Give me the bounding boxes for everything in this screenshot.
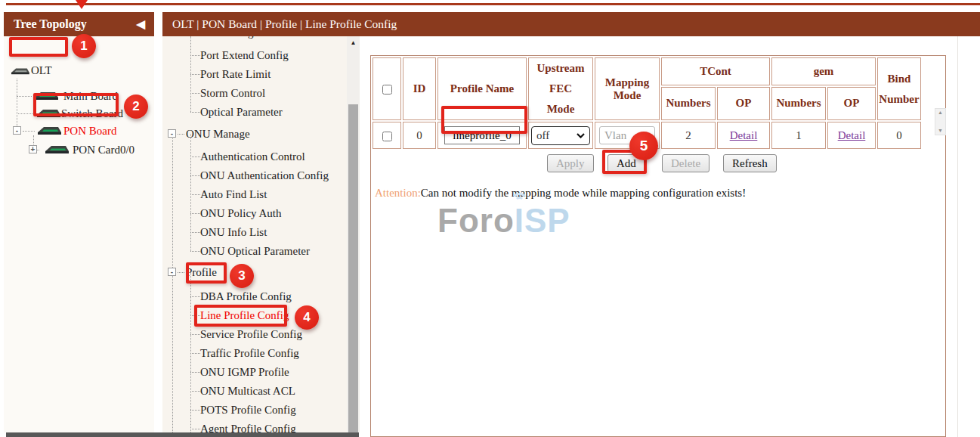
row-gem-numbers-cell: 1 [771,122,826,149]
row-scrollbar[interactable]: ▲ ▼ [935,108,946,135]
panel-title: Tree Topology [14,17,87,30]
menu-item-traffic-profile-config[interactable]: Traffic Profile Config [162,344,344,362]
olt-device-icon [10,67,30,75]
row-select-cell [373,122,401,149]
select-all-header-cell [373,57,401,120]
menu-item-agent-profile-config[interactable]: Agent Profile Config [162,420,344,432]
tree-node-olt[interactable]: OLT [4,62,154,79]
board-device-icon [33,91,59,101]
tree-branch-icon [190,334,200,335]
step-badge-3: 3 [230,264,254,288]
row-profile-name-cell [437,122,527,149]
breadcrumb: OLT | PON Board | Profile | Line Profile… [162,12,980,36]
tree-node-pon-board[interactable]: PON Board [4,122,154,139]
menu-item-onu-multicast-acl[interactable]: ONU Multicast ACL [162,382,344,400]
tree-branch-icon [190,315,200,316]
col-group-tcont: TCont [661,57,770,85]
menu-item-dba-profile-config[interactable]: DBA Profile Config [162,287,344,305]
tree-branch-icon [178,134,184,135]
menu-item-onu-igmp-profile[interactable]: ONU IGMP Profile [162,363,344,381]
scroll-down-icon[interactable]: ▼ [935,128,945,134]
submenu-panel: Port Config Port Extend Config Port Rate… [162,36,347,432]
menu-item-port-config[interactable]: Port Config [162,36,344,42]
step-badge-2: 2 [124,95,148,119]
col-header-bind-number: Bind Number [877,57,921,120]
col-header-tcont-numbers: Numbers [661,87,716,120]
collapse-expander-icon[interactable]: - [168,268,176,276]
menu-item-port-extend-config[interactable]: Port Extend Config [162,46,344,64]
col-header-id: ID [403,57,436,120]
scrollbar-thumb[interactable] [348,104,358,432]
menu-item-onu-info-list[interactable]: ONU Info List [162,223,344,241]
tree-node-label: PON Card0/0 [73,141,134,158]
chevron-down-icon [577,133,585,138]
scroll-up-icon[interactable]: ▲ [347,39,360,46]
divider [957,36,958,437]
annotation-line [6,3,980,5]
tree-branch-icon [190,296,200,297]
col-header-tcont-op: OP [717,87,770,120]
apply-button[interactable]: Apply [547,154,594,172]
tree-topology-header: Tree Topology ◀ [4,12,154,36]
tree-branch-icon [190,410,200,411]
tcont-detail-link[interactable]: Detail [730,129,758,141]
tree-branch-icon [178,272,184,273]
annotation-arrow-icon [76,0,88,9]
tree-node-label: Switch Board [61,105,123,122]
col-header-gem-numbers: Numbers [771,87,826,120]
row-id-cell: 0 [403,122,436,149]
profile-name-input[interactable] [444,126,520,144]
menu-item-authentication-control[interactable]: Authentication Control [162,147,344,166]
scroll-up-icon[interactable]: ▲ [935,110,945,116]
tree-branch-icon [190,391,200,392]
menu-item-auto-find-list[interactable]: Auto Find List [162,185,344,203]
row-bind-number-cell: 0 [877,122,921,149]
attention-note: Attention:Can not modify the mapping mod… [375,187,746,200]
bottom-bar [6,432,359,437]
tree-branch-icon [190,429,200,429]
board-device-icon [44,144,70,154]
menu-item-onu-optical-parameter[interactable]: ONU Optical Parameter [162,242,344,260]
board-device-icon [36,108,61,118]
menu-item-onu-manage[interactable]: - ONU Manage [162,125,344,143]
menu-item-port-rate-limit[interactable]: Port Rate Limit [162,65,344,83]
line-profile-config-panel: ID Profile Name Upstream FEC Mode Mappin… [370,55,946,437]
row-checkbox[interactable] [382,132,392,141]
refresh-button[interactable]: Refresh [723,154,777,172]
tree-node-label: PON Board [63,122,116,139]
select-all-checkbox[interactable] [382,85,392,95]
menu-scrollbar[interactable]: ▲ [347,36,360,432]
menu-item-pots-profile-config[interactable]: POTS Profile Config [162,401,344,419]
menu-item-service-profile-config[interactable]: Service Profile Config [162,325,344,343]
col-group-gem: gem [771,57,876,85]
tree-node-pon-card[interactable]: PON Card0/0 [4,141,154,158]
tree-branch-icon [190,74,200,75]
menu-item-optical-parameter[interactable]: Optical Parameter [162,103,344,121]
gem-detail-link[interactable]: Detail [838,129,866,141]
row-gem-op-cell: Detail [827,122,876,149]
menu-item-storm-control[interactable]: Storm Control [162,84,344,102]
tree-node-label: OLT [31,62,52,79]
col-header-gem-op: OP [827,87,876,120]
tree-branch-icon [190,112,200,113]
menu-item-onu-policy-auth[interactable]: ONU Policy Auth [162,204,344,222]
step-badge-1: 1 [72,34,96,58]
col-header-profile-name: Profile Name [437,57,527,120]
tree-branch-icon [190,251,200,252]
step-badge-5: 5 [629,132,658,160]
collapse-expander-icon[interactable]: - [168,129,176,138]
collapse-panel-icon[interactable]: ◀ [136,12,145,36]
tree-branch-icon [190,93,200,94]
col-header-upstream-fec: Upstream FEC Mode [528,57,593,120]
delete-button[interactable]: Delete [662,154,709,172]
col-header-mapping-mode: Mapping Mode [595,57,660,120]
upstream-fec-select[interactable]: off [531,126,590,145]
board-device-icon [36,126,62,135]
foroisp-watermark: ForoISP [437,202,570,240]
row-tcont-op-cell: Detail [717,122,770,149]
tree-branch-icon [190,157,200,157]
step-badge-4: 4 [295,305,319,330]
menu-item-onu-authentication-config[interactable]: ONU Authentication Config [162,166,344,184]
tree-branch-icon [190,55,200,56]
attention-label: Attention: [375,187,421,199]
